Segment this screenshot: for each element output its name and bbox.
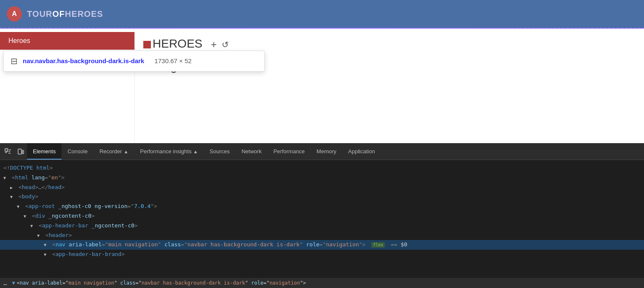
flex-badge: flex: [371, 242, 385, 248]
add-hero-button[interactable]: +: [211, 39, 217, 51]
dom-app-header-bar-brand[interactable]: <app-header-bar-brand>: [0, 250, 644, 259]
svg-rect-2: [22, 150, 24, 154]
devtools-statusbar: … ▼ <nav aria-label="main navigation" cl…: [0, 278, 644, 288]
heroes-title-bar: HEROES: [143, 37, 202, 52]
heroes-title-text: HEROES: [153, 37, 202, 52]
device-toolbar-button[interactable]: [14, 145, 27, 158]
title-of: OF: [52, 9, 65, 19]
dom-app-header-bar[interactable]: <app-header-bar _ngcontent-c0>: [0, 221, 644, 231]
expand-icon[interactable]: [44, 251, 49, 258]
app-main: HEROES + ↺ Aslaug: [135, 29, 644, 143]
tooltip-content: nav.navbar.has-background-dark.is-dark 1…: [23, 57, 192, 65]
dom-header[interactable]: <header>: [0, 231, 644, 240]
breadcrumb-ellipsis[interactable]: …: [3, 280, 7, 286]
recorder-beta-icon: ▲: [123, 149, 128, 154]
dom-html[interactable]: <html lang="en">: [0, 173, 644, 183]
svg-rect-0: [5, 149, 8, 151]
app-content: Heroes Villains HEROES + ↺ Aslaug: [0, 29, 644, 143]
dollar-zero-badge: $0: [401, 241, 408, 248]
status-nav-indicator: ▼: [12, 280, 15, 286]
title-tour: TOUR: [27, 9, 52, 19]
app-main-header: HEROES + ↺: [143, 37, 636, 52]
expand-icon[interactable]: [24, 213, 29, 220]
inspector-tool-button[interactable]: [2, 145, 14, 158]
tab-network[interactable]: Network: [236, 143, 268, 160]
expand-icon[interactable]: [30, 223, 35, 229]
status-nav-code: <nav aria-label="main navigation" class=…: [17, 280, 306, 286]
refresh-button[interactable]: ↺: [222, 40, 229, 50]
expand-icon[interactable]: [10, 184, 15, 191]
performance-insights-beta-icon: ▲: [193, 149, 198, 154]
tab-sources[interactable]: Sources: [204, 143, 236, 160]
dom-app-root[interactable]: <app-root _nghost-c0 ng-version="7.0.4">: [0, 202, 644, 211]
expand-icon[interactable]: [37, 232, 42, 239]
sidebar-item-heroes[interactable]: Heroes: [0, 32, 134, 50]
app-sidebar: Heroes Villains: [0, 29, 135, 143]
title-heroes: HEROES: [65, 9, 103, 19]
dom-doctype[interactable]: <!DOCTYPE html>: [0, 163, 644, 173]
dom-nav-highlighted[interactable]: <nav aria-label="main navigation" class=…: [0, 240, 644, 250]
eq-sign: ==: [391, 241, 397, 248]
tab-recorder[interactable]: Recorder ▲: [94, 143, 134, 160]
element-tooltip: ⊟ nav.navbar.has-background-dark.is-dark…: [3, 51, 265, 72]
dom-head[interactable]: <head>…</head>: [0, 183, 644, 192]
tooltip-selector: nav.navbar.has-background-dark.is-dark: [23, 57, 144, 64]
expand-icon[interactable]: [3, 175, 8, 181]
dom-tree: <!DOCTYPE html> <html lang="en"> <head>……: [0, 160, 644, 278]
tab-performance-insights[interactable]: Performance insights ▲: [134, 143, 204, 160]
app-title: TOUROFHEROES: [27, 9, 103, 19]
expand-icon[interactable]: [10, 194, 15, 200]
tab-performance[interactable]: Performance: [268, 143, 311, 160]
expand-icon[interactable]: [44, 242, 49, 248]
browser-app-area: A TOUROFHEROES ⊟ nav.navbar.has-backgrou…: [0, 0, 644, 143]
dom-div-ngcontent[interactable]: <div _ngcontent-c0>: [0, 211, 644, 221]
dom-body[interactable]: <body>: [0, 192, 644, 202]
devtools-tab-bar: Elements Console Recorder ▲ Performance …: [0, 143, 644, 160]
app-logo: A: [7, 6, 22, 21]
tab-console[interactable]: Console: [62, 143, 94, 160]
tab-elements[interactable]: Elements: [27, 143, 62, 160]
app-navbar: A TOUROFHEROES: [0, 0, 644, 29]
expand-icon[interactable]: [17, 203, 22, 210]
tab-application[interactable]: Application: [342, 143, 381, 160]
heroes-title-icon: [143, 41, 151, 48]
tooltip-dimensions: 1730.67 × 52: [155, 57, 192, 64]
tooltip-element-icon: ⊟: [11, 56, 18, 66]
svg-rect-1: [18, 149, 21, 154]
devtools-panel: Elements Console Recorder ▲ Performance …: [0, 143, 644, 288]
tab-memory[interactable]: Memory: [311, 143, 342, 160]
